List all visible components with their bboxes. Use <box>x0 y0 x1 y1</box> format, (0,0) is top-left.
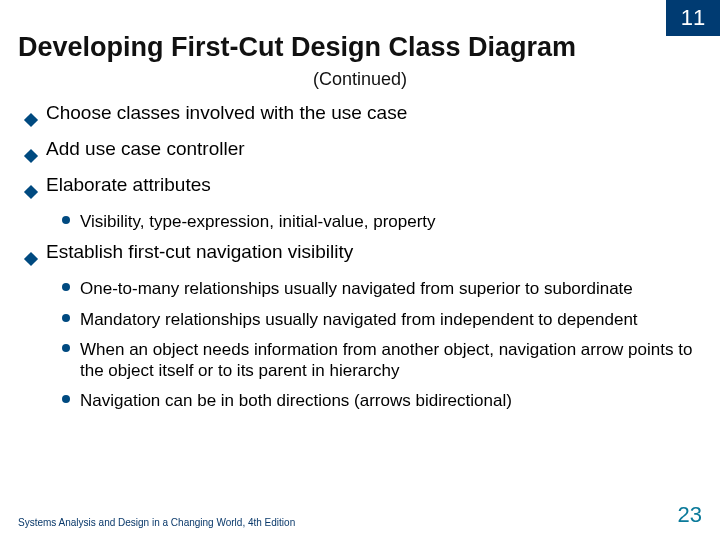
list-item: Mandatory relationships usually navigate… <box>62 309 702 330</box>
list-item: Choose classes involved with the use cas… <box>26 102 702 130</box>
list-item: Navigation can be in both directions (ar… <box>62 390 702 411</box>
round-bullet-icon <box>62 395 70 403</box>
sub-bullet-text: Mandatory relationships usually navigate… <box>80 309 638 330</box>
bullet-list: Establish first-cut navigation visibilit… <box>18 241 702 269</box>
bullet-text: Elaborate attributes <box>46 174 211 196</box>
bullet-text: Choose classes involved with the use cas… <box>46 102 407 124</box>
slide-title: Developing First-Cut Design Class Diagra… <box>18 32 702 63</box>
list-item: Add use case controller <box>26 138 702 166</box>
bullet-text: Establish first-cut navigation visibilit… <box>46 241 353 263</box>
slide: 11 Developing First-Cut Design Class Dia… <box>0 0 720 540</box>
sub-bullet-text: Navigation can be in both directions (ar… <box>80 390 512 411</box>
round-bullet-icon <box>62 283 70 291</box>
sub-bullet-list: One-to-many relationships usually naviga… <box>18 278 702 411</box>
round-bullet-icon <box>62 216 70 224</box>
footer-source: Systems Analysis and Design in a Changin… <box>18 517 295 528</box>
sub-bullet-text: Visibility, type-expression, initial-val… <box>80 211 436 232</box>
list-item: Visibility, type-expression, initial-val… <box>62 211 702 232</box>
sub-bullet-text: When an object needs information from an… <box>80 339 702 382</box>
diamond-bullet-icon <box>26 180 36 202</box>
footer: Systems Analysis and Design in a Changin… <box>18 502 702 528</box>
diamond-bullet-icon <box>26 144 36 166</box>
sub-bullet-text: One-to-many relationships usually naviga… <box>80 278 633 299</box>
list-item: One-to-many relationships usually naviga… <box>62 278 702 299</box>
bullet-list: Choose classes involved with the use cas… <box>18 102 702 202</box>
round-bullet-icon <box>62 314 70 322</box>
list-item: Establish first-cut navigation visibilit… <box>26 241 702 269</box>
bullet-text: Add use case controller <box>46 138 245 160</box>
page-number: 23 <box>678 502 702 528</box>
diamond-bullet-icon <box>26 108 36 130</box>
slide-subtitle: (Continued) <box>18 69 702 90</box>
diamond-bullet-icon <box>26 247 36 269</box>
chapter-number-badge: 11 <box>666 0 720 36</box>
list-item: Elaborate attributes <box>26 174 702 202</box>
round-bullet-icon <box>62 344 70 352</box>
sub-bullet-list: Visibility, type-expression, initial-val… <box>18 211 702 232</box>
list-item: When an object needs information from an… <box>62 339 702 382</box>
